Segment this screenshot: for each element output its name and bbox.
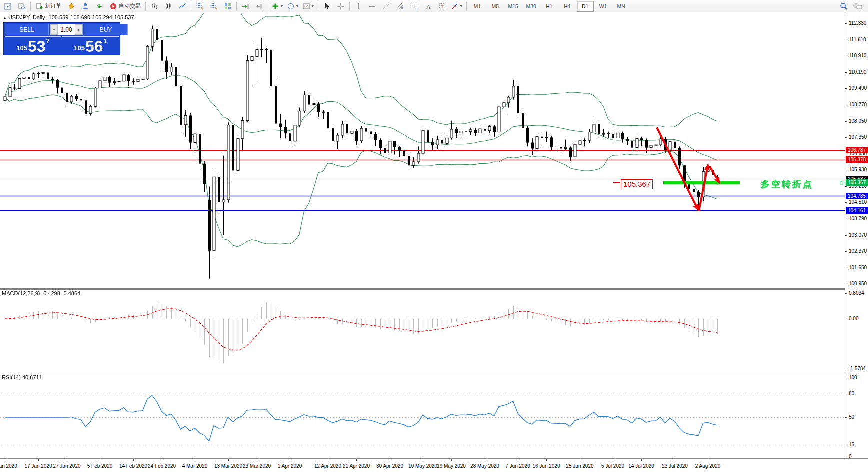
buy-price-big: 56 [86, 39, 104, 53]
timeframe-m15[interactable]: M15 [505, 1, 522, 12]
volume-up-icon[interactable]: ▲ [75, 24, 82, 35]
support-price-tag[interactable]: 105.367 [621, 179, 653, 189]
templates-button[interactable]: ▼ [301, 0, 316, 12]
axis-tick [846, 235, 848, 236]
rsi-label: RSI(14) 40.6711 [2, 374, 42, 380]
volume-down-icon[interactable]: ▼ [50, 24, 58, 35]
fibonacci-tool[interactable]: F [408, 0, 422, 12]
date-label: 23 Jul 2020 [662, 463, 688, 469]
chat-button[interactable] [851, 0, 865, 12]
autoscroll-button[interactable] [238, 0, 252, 12]
price-tick-label: 105.930 [849, 167, 867, 172]
axis-tick [846, 23, 848, 24]
axis-tick [846, 170, 848, 170]
toolbar-separator [350, 2, 350, 11]
timeframe-h1[interactable]: H1 [541, 1, 558, 12]
timeframe-h4[interactable]: H4 [559, 1, 576, 12]
timeframe-mn[interactable]: MN [613, 1, 630, 12]
sell-button[interactable]: SELL [5, 24, 49, 35]
macd-values: -0.4298 -0.4864 [42, 290, 80, 296]
date-tick [356, 459, 357, 461]
text-tool[interactable]: A [422, 0, 436, 12]
arrows-tool[interactable]: ▼ [450, 0, 465, 12]
date-label: 7 Jun 2020 [506, 463, 530, 469]
periods-button[interactable]: ▼ [286, 0, 301, 12]
date-tick [642, 459, 642, 461]
channel-tool[interactable]: E [394, 0, 408, 12]
autotrading-button[interactable]: 自动交易 [106, 0, 144, 12]
rsi-tick-label: 100 [849, 375, 858, 380]
axis-tick [846, 202, 848, 203]
volume-input[interactable] [58, 24, 75, 35]
macd-label: MACD(12,26,9) -0.4298 -0.4864 [2, 290, 80, 296]
timeframe-d1[interactable]: D1 [577, 1, 594, 12]
expert-advisors-button[interactable] [64, 0, 78, 12]
macd-tick-label: 0.00 [849, 316, 858, 321]
timeframe-w1[interactable]: W1 [595, 1, 612, 12]
cursor-tool-button[interactable] [320, 0, 334, 12]
horizontal-line-tool[interactable] [366, 0, 380, 12]
timeframe-m1[interactable]: M1 [469, 1, 486, 12]
search-button[interactable] [837, 0, 851, 12]
rsi-tick-label: 0 [849, 454, 852, 459]
macd-indicator-pane[interactable] [0, 289, 845, 372]
date-label: 4 Mar 2020 [182, 463, 208, 469]
rsi-indicator-pane[interactable] [0, 373, 845, 458]
macd-tick-label: 0.8034 [849, 290, 864, 296]
signals-button[interactable] [92, 0, 106, 12]
date-tick [228, 459, 229, 461]
indicators-button[interactable]: ▼ [270, 0, 286, 12]
chart-title: ▲USDJPY-,Daily 105.559105.690105.294105.… [3, 14, 136, 20]
date-tick [67, 459, 68, 461]
timeframe-m30[interactable]: M30 [523, 1, 540, 12]
vertical-line-tool[interactable] [352, 0, 366, 12]
collapse-icon[interactable]: ▲ [3, 16, 7, 20]
new-chart-button[interactable] [1, 0, 15, 12]
label-tool[interactable]: T [436, 0, 450, 12]
axis-tick [846, 88, 848, 89]
new-order-icon [36, 2, 44, 10]
price-tick-label: 109.490 [849, 85, 867, 91]
buy-price[interactable]: 105561 [62, 36, 119, 54]
date-tick [257, 459, 258, 461]
date-axis[interactable]: 8 Jan 2020 17 Jan 2020 27 Jan 2020 5 Feb… [0, 458, 868, 474]
date-label: 27 Jan 2020 [53, 463, 80, 469]
candlestick-chart-button[interactable] [162, 0, 176, 12]
date-label: 17 Jan 2020 [24, 463, 52, 469]
main-price-chart[interactable] [0, 13, 845, 288]
chart-shift-button[interactable] [252, 0, 266, 12]
price-tick-label: 112.330 [849, 20, 866, 26]
price-tick-label: 102.370 [849, 248, 867, 254]
date-tick [423, 459, 424, 461]
line-chart-button[interactable] [176, 0, 190, 12]
trendline-tool[interactable] [380, 0, 394, 12]
zoom-out-button[interactable] [207, 0, 221, 12]
autotrading-icon [110, 2, 118, 10]
axis-tick [846, 105, 848, 105]
price-axis[interactable]: 112.330 111.610 110.910 110.190 109.490 … [845, 13, 868, 458]
chart-profile-button[interactable] [15, 0, 29, 12]
timeframe-m5[interactable]: M5 [487, 1, 504, 12]
community-button[interactable] [78, 0, 92, 12]
new-order-button[interactable]: 新订单 [32, 0, 64, 12]
price-tick-label: 100.950 [849, 281, 867, 286]
tile-windows-button[interactable] [221, 0, 235, 12]
svg-text:T: T [441, 4, 444, 9]
sell-price-big: 53 [28, 39, 46, 53]
buy-button[interactable]: BUY [84, 24, 128, 35]
date-label: 5 Feb 2020 [88, 463, 113, 469]
axis-tick [846, 186, 848, 187]
date-label: 10 May 2020 [408, 463, 438, 469]
zoom-in-button[interactable] [193, 0, 207, 12]
bar-chart-button[interactable] [148, 0, 162, 12]
ohlc-high: 105.690 [70, 14, 90, 20]
toolbar-separator [146, 2, 146, 11]
price-line-label: 106.787 [846, 147, 868, 153]
symbol-name: USDJPY-,Daily [8, 14, 46, 20]
turning-point-note[interactable]: 多空转折点 [761, 178, 814, 190]
date-label: 21 Apr 2020 [343, 463, 370, 469]
sell-price[interactable]: 105537 [5, 36, 62, 54]
buy-price-sup: 1 [104, 37, 108, 45]
crosshair-tool-button[interactable] [334, 0, 348, 12]
axis-tick [846, 369, 848, 369]
